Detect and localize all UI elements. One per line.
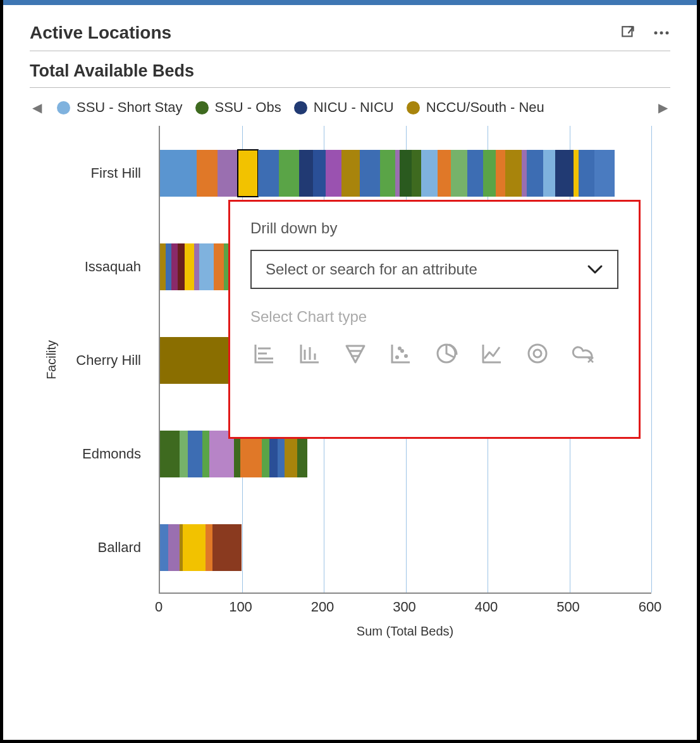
bar-segment[interactable] <box>438 150 451 197</box>
y-tick-label: First Hill <box>30 165 150 181</box>
bar-segment[interactable] <box>206 524 212 571</box>
x-axis-ticks: 0100200300400500600 <box>159 599 651 618</box>
x-tick-label: 100 <box>229 599 252 615</box>
chart-type-funnel-icon[interactable] <box>341 340 369 367</box>
bar-segment[interactable] <box>183 524 206 571</box>
bar-segment[interactable] <box>202 431 209 477</box>
bar-segment[interactable] <box>594 150 614 197</box>
bar-segment[interactable] <box>197 150 217 197</box>
legend-label: NCCU/South - Neu <box>426 99 544 116</box>
bar-segment[interactable] <box>166 243 171 290</box>
card-title: Active Locations <box>30 23 171 43</box>
chart-type-vertical-bar-icon[interactable] <box>296 340 324 367</box>
bar-segment[interactable] <box>194 243 199 290</box>
bar-segment[interactable] <box>543 150 555 197</box>
x-tick-label: 200 <box>311 599 335 615</box>
legend-label: SSU - Obs <box>215 99 281 116</box>
legend-scroll-left-icon[interactable]: ◀ <box>30 100 44 115</box>
bar-segment[interactable] <box>522 150 527 197</box>
bar-row[interactable] <box>160 150 615 197</box>
more-options-icon[interactable] <box>653 24 670 42</box>
legend-label: NICU - NICU <box>314 99 394 116</box>
x-tick-label: 600 <box>639 599 662 615</box>
bar-segment[interactable] <box>168 524 180 571</box>
bar-segment[interactable] <box>160 524 168 571</box>
bar-segment[interactable] <box>400 150 411 197</box>
x-axis-title: Sum (Total Beds) <box>159 624 651 639</box>
bar-segment[interactable] <box>341 150 359 197</box>
chart-type-pie-icon[interactable] <box>433 340 460 367</box>
svg-point-5 <box>402 350 403 352</box>
bar-segment[interactable] <box>299 150 313 197</box>
y-tick-label: Cherry Hill <box>30 352 150 369</box>
bar-segment[interactable] <box>412 150 422 197</box>
bar-segment[interactable] <box>199 243 214 290</box>
chart-title: Total Available Beds <box>30 51 670 88</box>
legend: ◀ SSU - Short Stay SSU - Obs NICU - NICU… <box>30 88 670 122</box>
bar-segment[interactable] <box>380 150 395 197</box>
bar-segment[interactable] <box>451 150 467 197</box>
y-tick-label: Issaquah <box>30 259 150 275</box>
bar-segment[interactable] <box>421 150 438 197</box>
legend-item[interactable]: NCCU/South - Neu <box>407 99 544 116</box>
top-accent-bar <box>3 0 697 5</box>
bar-segment[interactable] <box>180 431 188 477</box>
chart-type-wordcloud-icon[interactable] <box>569 340 597 367</box>
chart-type-row <box>250 340 618 367</box>
bar-segment[interactable] <box>160 243 166 290</box>
legend-scroll-right-icon[interactable]: ▶ <box>656 100 670 115</box>
bar-segment[interactable] <box>279 150 299 197</box>
card: Active Locations Total Available Beds ◀ <box>3 5 697 676</box>
legend-item[interactable]: NICU - NICU <box>294 99 394 116</box>
bar-segment[interactable] <box>574 150 579 197</box>
legend-swatch <box>294 101 307 114</box>
bar-segment[interactable] <box>527 150 543 197</box>
chart-type-scatter-icon[interactable] <box>387 340 415 367</box>
bar-segment[interactable] <box>214 243 224 290</box>
bar-segment[interactable] <box>505 150 522 197</box>
bar-segment[interactable] <box>171 243 178 290</box>
bar-segment[interactable] <box>579 150 595 197</box>
bar-segment[interactable] <box>160 150 197 197</box>
chart-type-line-icon[interactable] <box>478 340 506 367</box>
bar-segment[interactable] <box>326 150 342 197</box>
drilldown-attribute-select[interactable]: Select or search for an attribute <box>250 250 618 289</box>
legend-swatch <box>407 101 420 114</box>
chart-type-label: Select Chart type <box>250 308 618 326</box>
chart-type-horizontal-bar-icon[interactable] <box>250 340 278 367</box>
bar-segment[interactable] <box>360 150 380 197</box>
chart-type-donut-icon[interactable] <box>524 340 551 367</box>
svg-point-6 <box>405 355 407 357</box>
y-tick-label: Edmonds <box>30 446 150 462</box>
drill-down-popup: Drill down by Select or search for an at… <box>228 200 641 439</box>
bar-segment[interactable] <box>496 150 506 197</box>
legend-swatch <box>195 101 209 114</box>
svg-point-4 <box>396 357 398 359</box>
svg-point-9 <box>529 345 546 362</box>
legend-item[interactable]: SSU - Obs <box>195 99 281 116</box>
x-tick-label: 500 <box>556 599 580 615</box>
card-actions <box>620 24 670 42</box>
bar-segment[interactable] <box>212 524 242 571</box>
bar-segment[interactable] <box>238 150 258 197</box>
bar-segment[interactable] <box>467 150 484 197</box>
expand-icon[interactable] <box>620 24 637 42</box>
chevron-down-icon <box>587 261 603 278</box>
bar-segment[interactable] <box>160 431 180 477</box>
bar-segment[interactable] <box>188 431 202 477</box>
bar-segment[interactable] <box>555 150 573 197</box>
bar-segment[interactable] <box>483 150 495 197</box>
widget-frame: Active Locations Total Available Beds ◀ <box>0 0 700 743</box>
y-tick-label: Ballard <box>30 539 150 556</box>
y-axis-labels: First Hill Issaquah Cherry Hill Edmonds … <box>30 126 150 594</box>
bar-segment[interactable] <box>395 150 400 197</box>
svg-point-3 <box>666 32 669 35</box>
bar-segment[interactable] <box>218 150 238 197</box>
legend-item[interactable]: SSU - Short Stay <box>57 99 183 116</box>
bar-segment[interactable] <box>185 243 195 290</box>
bar-segment[interactable] <box>178 243 184 290</box>
bar-segment[interactable] <box>313 150 325 197</box>
bar-segment[interactable] <box>258 150 278 197</box>
bar-row[interactable] <box>160 524 242 571</box>
x-tick-label: 0 <box>155 599 163 615</box>
